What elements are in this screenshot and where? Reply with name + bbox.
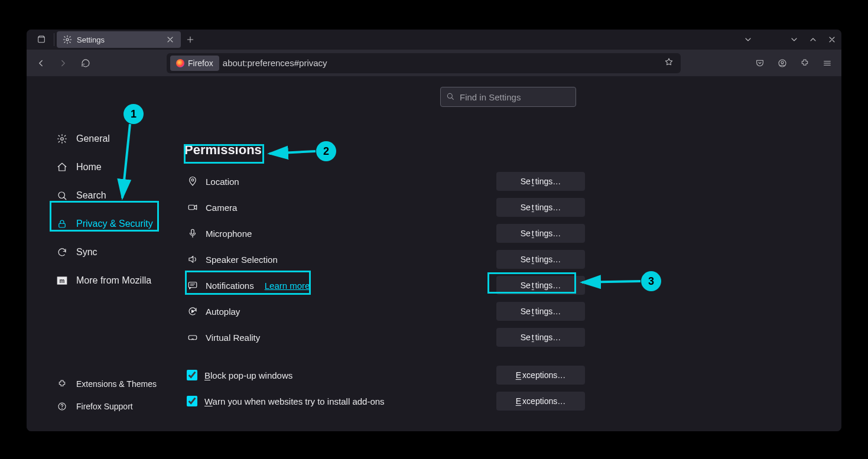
warn-addons-label: Warn you when websites try to install ad… xyxy=(204,396,385,406)
permissions-panel: Permissions Location Settings… Camera Se… xyxy=(183,142,585,414)
nav-label: Privacy & Security xyxy=(76,219,153,229)
microphone-settings-button[interactable]: Settings… xyxy=(496,224,585,243)
settings-search-input[interactable] xyxy=(440,87,576,107)
nav-general[interactable]: General xyxy=(49,125,175,153)
gear-icon xyxy=(63,35,72,44)
forward-button[interactable] xyxy=(54,54,73,73)
autoplay-settings-button[interactable]: Settings… xyxy=(496,302,585,321)
permission-label: Location xyxy=(206,177,239,187)
settings-main: Permissions Location Settings… Camera Se… xyxy=(183,76,841,431)
permission-label: Virtual Reality xyxy=(206,333,260,343)
permission-label: Camera xyxy=(206,203,237,213)
nav-home[interactable]: Home xyxy=(49,153,175,181)
svg-point-3 xyxy=(781,61,784,63)
maximize-icon[interactable] xyxy=(808,35,818,44)
permissions-heading: Permissions xyxy=(183,142,585,158)
camera-icon xyxy=(187,201,199,213)
autoplay-icon xyxy=(187,305,199,317)
tab-close-icon[interactable] xyxy=(165,35,175,44)
nav-privacy-security[interactable]: Privacy & Security xyxy=(49,210,175,238)
notifications-settings-button[interactable]: Settings… xyxy=(496,276,585,295)
reload-button[interactable] xyxy=(76,54,95,73)
permission-location: Location Settings… xyxy=(183,168,585,194)
tab-strip: Settings xyxy=(27,30,841,50)
firefox-icon xyxy=(176,59,184,67)
notifications-learn-more-link[interactable]: Learn more xyxy=(265,281,310,291)
nav-label: More from Mozilla xyxy=(76,275,151,286)
new-tab-button[interactable] xyxy=(181,31,200,48)
permission-autoplay: Autoplay Settings… xyxy=(183,298,585,324)
notifications-icon xyxy=(187,279,199,291)
nav-search[interactable]: Search xyxy=(49,181,175,210)
location-settings-button[interactable]: Settings… xyxy=(496,172,585,191)
svg-point-12 xyxy=(191,179,194,181)
list-all-tabs-icon[interactable] xyxy=(743,35,753,44)
speaker-settings-button[interactable]: Settings… xyxy=(496,250,585,269)
camera-settings-button[interactable]: Settings… xyxy=(496,198,585,217)
svg-rect-6 xyxy=(59,223,66,227)
nav-label: General xyxy=(76,134,110,144)
tab-title: Settings xyxy=(77,35,105,44)
svg-rect-14 xyxy=(191,229,194,234)
help-icon xyxy=(56,401,68,412)
mozilla-icon: m xyxy=(56,275,68,287)
puzzle-icon xyxy=(56,378,68,390)
close-window-icon[interactable] xyxy=(827,35,837,44)
nav-extensions-themes[interactable]: Extensions & Themes xyxy=(49,373,175,395)
pocket-icon[interactable] xyxy=(750,54,769,73)
svg-rect-0 xyxy=(38,37,45,43)
lock-icon xyxy=(56,218,68,230)
nav-label: Firefox Support xyxy=(76,402,133,411)
url-identity[interactable]: Firefox xyxy=(170,56,219,71)
svg-rect-13 xyxy=(188,205,194,210)
speaker-icon xyxy=(187,253,199,265)
back-button[interactable] xyxy=(31,54,50,73)
permission-microphone: Microphone Settings… xyxy=(183,220,585,246)
vr-settings-button[interactable]: Settings… xyxy=(496,328,585,347)
recent-pages-button[interactable] xyxy=(31,31,51,48)
permission-label: Notifications xyxy=(206,281,254,291)
toolbar: Firefox about:preferences#privacy xyxy=(27,50,841,76)
svg-point-1 xyxy=(66,38,69,41)
url-text: about:preferences#privacy xyxy=(223,58,657,68)
url-identity-label: Firefox xyxy=(188,58,213,68)
extensions-icon[interactable] xyxy=(795,54,814,73)
svg-point-10 xyxy=(62,408,63,409)
app-menu-icon[interactable] xyxy=(818,54,837,73)
settings-sidebar: General Home Search Privacy & Security S… xyxy=(27,76,183,431)
addons-exceptions-button[interactable]: Exceptions… xyxy=(496,392,585,411)
tab-settings[interactable]: Settings xyxy=(57,31,181,48)
url-bar[interactable]: Firefox about:preferences#privacy xyxy=(167,53,681,73)
svg-rect-15 xyxy=(188,282,197,288)
warn-addons-checkbox[interactable] xyxy=(187,396,197,406)
svg-point-11 xyxy=(447,93,452,98)
permission-label: Autoplay xyxy=(206,307,240,317)
content-area: General Home Search Privacy & Security S… xyxy=(27,76,841,431)
permission-label: Microphone xyxy=(206,229,252,239)
tabbar-separator xyxy=(54,33,54,46)
bookmark-star-icon[interactable] xyxy=(661,57,677,69)
nav-more-from-mozilla[interactable]: m More from Mozilla xyxy=(49,266,175,295)
block-popups-label: Block pop-up windows xyxy=(204,370,292,380)
minimize-icon[interactable] xyxy=(789,35,799,44)
nav-label: Sync xyxy=(76,247,97,258)
permission-speaker: Speaker Selection Settings… xyxy=(183,246,585,272)
permission-camera: Camera Settings… xyxy=(183,194,585,220)
svg-text:m: m xyxy=(60,278,65,284)
nav-firefox-support[interactable]: Firefox Support xyxy=(49,396,175,417)
location-icon xyxy=(187,175,199,187)
gear-icon xyxy=(56,133,68,145)
permission-label: Speaker Selection xyxy=(206,255,278,265)
sync-icon xyxy=(56,246,68,258)
settings-search xyxy=(440,87,576,107)
vr-icon xyxy=(187,331,199,343)
permission-vr: Virtual Reality Settings… xyxy=(183,324,585,350)
nav-label: Search xyxy=(76,190,106,201)
home-icon xyxy=(56,161,68,173)
nav-sync[interactable]: Sync xyxy=(49,238,175,266)
block-popups-row: Block pop-up windows Exceptions… xyxy=(183,362,585,388)
microphone-icon xyxy=(187,227,199,239)
popups-exceptions-button[interactable]: Exceptions… xyxy=(496,366,585,385)
account-icon[interactable] xyxy=(773,54,792,73)
block-popups-checkbox[interactable] xyxy=(187,370,197,380)
